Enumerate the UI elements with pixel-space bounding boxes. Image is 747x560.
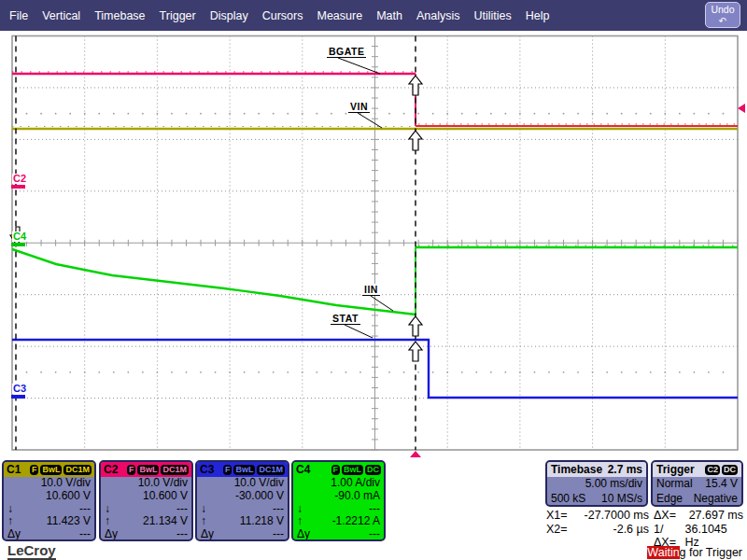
menu-item-math[interactable]: Math bbox=[376, 9, 402, 22]
menu-item-timebase[interactable]: Timebase bbox=[94, 9, 145, 22]
trigger-slope: Negative bbox=[694, 492, 738, 507]
trigger-header: Trigger C2 DC bbox=[653, 462, 741, 477]
timebase-title: Timebase bbox=[551, 463, 602, 476]
grid-dot-row bbox=[621, 113, 623, 115]
grid-dot-row bbox=[679, 371, 681, 373]
channel-box-c3[interactable]: C3 F BwL DC1M 10.0 V/div -30.000 V ↓--- … bbox=[195, 460, 289, 541]
cursor-dx-readout: ΔX= 27.697 ms bbox=[654, 509, 743, 522]
grid-dot-row bbox=[417, 371, 419, 373]
grid-dot-row bbox=[127, 371, 129, 373]
channel-box-c1[interactable]: C1 F BwL DC1M 10.0 V/div 10.600 V ↓--- ↑… bbox=[2, 460, 96, 541]
grid-dot-row bbox=[331, 113, 332, 115]
grid-dot-row bbox=[40, 113, 42, 115]
grid-dot-row bbox=[345, 113, 347, 115]
grid-dot-row bbox=[98, 371, 100, 373]
dx-value: 27.697 ms bbox=[689, 509, 743, 522]
trigger-title: Trigger bbox=[656, 463, 695, 476]
cursor-marker-arrow[interactable] bbox=[409, 342, 422, 361]
channel-marker-label-c4: C4 bbox=[12, 231, 27, 242]
grid-dot-row bbox=[200, 113, 202, 115]
channel-id: C1 bbox=[7, 463, 21, 476]
grid-dot-row bbox=[186, 113, 188, 115]
menu-item-help[interactable]: Help bbox=[526, 9, 550, 22]
channel-zero-tick[interactable] bbox=[11, 395, 25, 399]
menu-item-utilities[interactable]: Utilities bbox=[473, 9, 511, 22]
grid-dot-row bbox=[55, 371, 57, 373]
grid-dot-row bbox=[98, 113, 100, 115]
grid-dot-row bbox=[287, 371, 289, 373]
grid-dot-row bbox=[84, 371, 86, 373]
x1-value: -27.7000 ms bbox=[585, 509, 649, 522]
grid-dot-row bbox=[664, 371, 666, 373]
channel-box-c2[interactable]: C2 F BwL DC1M 10.0 V/div 10.600 V ↓--- ↑… bbox=[99, 460, 193, 541]
bandwidth-badge: BwL bbox=[342, 465, 363, 475]
grid-dot-row bbox=[519, 371, 521, 373]
menu-item-cursors[interactable]: Cursors bbox=[262, 9, 303, 22]
delta-y-value: --- bbox=[273, 528, 284, 541]
callout-pointer-line bbox=[338, 58, 380, 74]
bandwidth-badge: BwL bbox=[137, 465, 159, 475]
trace-label-stat: STAT bbox=[331, 313, 360, 325]
grid-dot-row bbox=[403, 113, 405, 115]
waveform-display bbox=[0, 0, 747, 460]
grid-dot-row bbox=[142, 113, 144, 115]
grid-dot-row bbox=[650, 371, 652, 373]
grid-dot-row bbox=[258, 113, 260, 115]
channel-box-c4-header: C4 F BwL DC bbox=[293, 462, 384, 477]
grid-dot-row bbox=[157, 371, 159, 373]
menu-item-trigger[interactable]: Trigger bbox=[160, 9, 196, 22]
menu-item-display[interactable]: Display bbox=[210, 9, 248, 22]
volts-per-div: 10.0 V/div bbox=[138, 477, 188, 490]
menu-item-vertical[interactable]: Vertical bbox=[42, 9, 80, 22]
x2-value: -2.6 µs bbox=[613, 523, 649, 536]
trigger-position-marker[interactable] bbox=[410, 451, 421, 457]
dx-label: ΔX= bbox=[654, 509, 676, 522]
trigger-level-arrow[interactable] bbox=[738, 104, 745, 113]
grid-dot-row bbox=[606, 371, 608, 373]
menu-item-file[interactable]: File bbox=[9, 9, 28, 22]
grid-dot-row bbox=[432, 113, 434, 115]
channel-box-c4[interactable]: C4 F BwL DC 1.00 A/div -90.0 mA ↓--- ↑-1… bbox=[291, 460, 386, 541]
channel-id: C2 bbox=[104, 463, 118, 476]
channel-zero-tick[interactable] bbox=[11, 185, 25, 189]
cursor-marker-arrow[interactable] bbox=[409, 76, 422, 95]
grid-dot-row bbox=[171, 113, 173, 115]
cursor-marker-arrow[interactable] bbox=[409, 131, 422, 150]
delta-y-label: Δy bbox=[105, 528, 118, 541]
grid-dot-row bbox=[563, 371, 565, 373]
delta-y-label: Δy bbox=[201, 528, 214, 541]
delta-y-label: Δy bbox=[7, 528, 21, 541]
menu-item-measure[interactable]: Measure bbox=[317, 9, 362, 22]
grid-dot-row bbox=[69, 113, 71, 115]
channel-id: C3 bbox=[200, 463, 214, 476]
acquisition-status: Waiting for Trigger bbox=[647, 546, 742, 559]
cursor-low-value: --- bbox=[79, 503, 91, 516]
grid-dot-row bbox=[345, 371, 347, 373]
timebase-box[interactable]: Timebase 2.7 ms 5.00 ms/div 500 kS 10 MS… bbox=[545, 460, 648, 507]
x1-label: X1= bbox=[546, 509, 568, 522]
cursor-marker-arrow[interactable] bbox=[409, 316, 422, 336]
grid-dot-row bbox=[316, 371, 317, 373]
grid-dot-row bbox=[563, 113, 565, 115]
grid-dot-row bbox=[229, 371, 231, 373]
bandwidth-badge: BwL bbox=[40, 465, 62, 475]
grid-dot-row bbox=[388, 371, 390, 373]
up-arrow-icon: ↑ bbox=[7, 515, 13, 528]
trigger-box[interactable]: Trigger C2 DC Normal 15.4 V Edge Negativ… bbox=[651, 460, 743, 507]
grid-dot-row bbox=[475, 371, 477, 373]
menu-item-analysis[interactable]: Analysis bbox=[416, 9, 460, 22]
grid-dot-row bbox=[534, 113, 536, 115]
grid-dot-row bbox=[490, 371, 492, 373]
channel-zero-tick[interactable] bbox=[11, 243, 25, 246]
channel-offset: 10.600 V bbox=[46, 490, 91, 503]
grid-dot-row bbox=[708, 371, 710, 373]
grid-dot-row bbox=[446, 113, 448, 115]
status-highlight: Waitin bbox=[647, 546, 679, 559]
grid-dot-row bbox=[331, 371, 332, 373]
grid-dot-row bbox=[26, 371, 28, 373]
cursor-low-value: --- bbox=[369, 503, 380, 516]
undo-button[interactable]: Undo ↶ bbox=[705, 2, 740, 28]
grid-dot-row bbox=[273, 113, 275, 115]
up-arrow-icon: ↑ bbox=[105, 515, 110, 528]
grid-dot-row bbox=[592, 113, 594, 115]
